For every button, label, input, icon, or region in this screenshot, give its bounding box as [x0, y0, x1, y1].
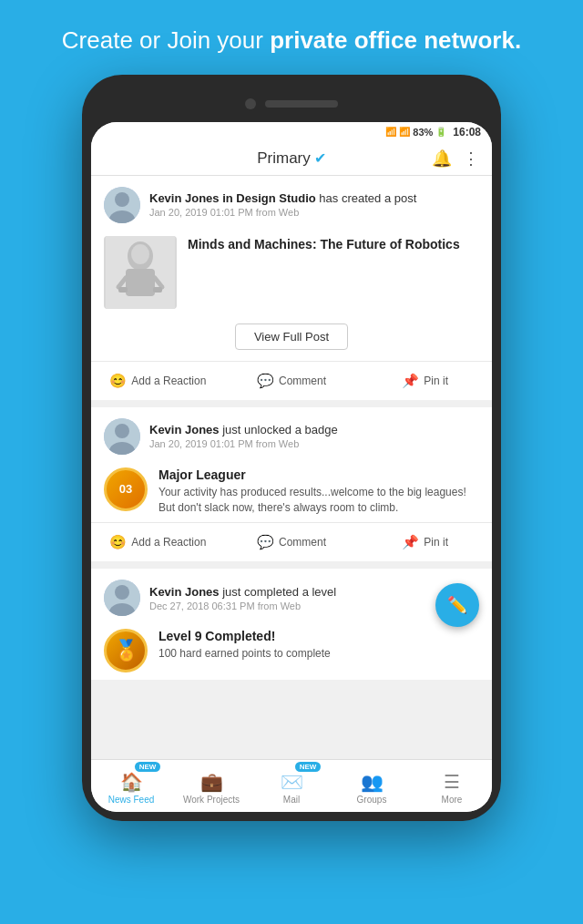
app-title-text: Primary: [257, 149, 311, 168]
pin-icon-1: 📌: [402, 373, 419, 389]
level-title: Level 9 Completed!: [159, 629, 479, 643]
comment-icon-2: 💬: [257, 534, 274, 550]
verified-icon: ✔: [314, 149, 326, 167]
badge-icon-2: 03: [104, 467, 148, 511]
signal-icon: 📶: [399, 127, 410, 137]
comment-btn-1[interactable]: 💬 Comment: [225, 369, 359, 393]
comment-btn-2[interactable]: 💬 Comment: [225, 530, 359, 554]
post-author-1: Kevin Jones in Design Studio has created…: [149, 191, 479, 205]
more-icon: ☰: [444, 771, 460, 793]
post-meta-2: Kevin Jones just unlocked a badge Jan 20…: [149, 423, 479, 449]
comment-label-2: Comment: [279, 536, 326, 549]
svg-point-1: [115, 192, 129, 207]
feed: Kevin Jones in Design Studio has created…: [91, 176, 492, 759]
app-header: Create or Join your private office netwo…: [0, 0, 583, 75]
post-card-3: Kevin Jones just completed a level Dec 2…: [91, 569, 492, 680]
header-bold-text: private office network.: [270, 26, 521, 54]
pin-label-1: Pin it: [424, 375, 448, 387]
author-name-3: Kevin Jones: [149, 585, 220, 599]
avatar-svg-3: [104, 580, 140, 616]
battery-percent: 83%: [413, 127, 433, 138]
reaction-label-2: Add a Reaction: [131, 536, 206, 549]
svg-rect-9: [118, 287, 128, 293]
reaction-label-1: Add a Reaction: [131, 375, 206, 387]
avatar-3: [104, 580, 140, 616]
action-bar-1: 😊 Add a Reaction 💬 Comment 📌 Pin it: [91, 361, 492, 400]
level-badge-icon: 🏅: [104, 629, 148, 672]
level-text-area: Level 9 Completed! 100 hard earned point…: [159, 629, 479, 662]
more-label: More: [442, 795, 463, 805]
wifi-icon: 📶: [385, 127, 396, 137]
nav-item-groups[interactable]: 👥 Groups: [332, 760, 412, 812]
app-top-bar: Primary ✔ 🔔 ⋮: [91, 142, 492, 176]
battery-icon: 🔋: [435, 127, 446, 137]
nav-item-mail[interactable]: NEW ✉️ Mail: [251, 760, 332, 812]
phone-shell: 📶 📶 83% 🔋 16:08 Primary ✔ 🔔 ⋮: [82, 75, 501, 821]
post-header-2: Kevin Jones just unlocked a badge Jan 20…: [91, 407, 492, 460]
news-feed-label: News Feed: [108, 795, 155, 805]
badge-description-2: Your activity has produced results...wel…: [159, 485, 479, 516]
phone-camera: [245, 98, 256, 109]
avatar-2: [104, 418, 140, 455]
post-header-1: Kevin Jones in Design Studio has created…: [91, 176, 492, 229]
phone-camera-area: [91, 91, 492, 117]
work-projects-label: Work Projects: [183, 795, 240, 805]
status-bar-icons: 📶 📶 83% 🔋 16:08: [385, 126, 481, 139]
post-timestamp-3: Dec 27, 2018 06:31 PM from Web: [149, 601, 479, 611]
mail-badge: NEW: [295, 762, 321, 772]
work-projects-icon: 💼: [200, 771, 223, 793]
reaction-btn-1[interactable]: 😊 Add a Reaction: [91, 369, 225, 393]
phone-screen: 📶 📶 83% 🔋 16:08 Primary ✔ 🔔 ⋮: [91, 122, 492, 812]
svg-point-5: [131, 244, 149, 264]
avatar-svg-1: [104, 187, 140, 223]
badge-number-2: 03: [119, 482, 132, 496]
post-card-2: Kevin Jones just unlocked a badge Jan 20…: [91, 407, 492, 562]
header-text: Create or Join your private office netwo…: [55, 26, 528, 56]
phone-speaker: [265, 100, 338, 108]
nav-item-work-projects[interactable]: 💼 Work Projects: [171, 760, 251, 812]
post-card-1: Kevin Jones in Design Studio has created…: [91, 176, 492, 400]
action-bar-2: 😊 Add a Reaction 💬 Comment 📌 Pin it: [91, 522, 492, 561]
top-bar-actions: 🔔 ⋮: [430, 147, 481, 170]
reaction-btn-2[interactable]: 😊 Add a Reaction: [91, 530, 225, 554]
badge-content-2: 03 Major Leaguer Your activity has produ…: [91, 460, 492, 523]
groups-label: Groups: [357, 795, 387, 805]
comment-icon-1: 💬: [257, 373, 274, 389]
post-text-1: Minds and Machines: The Future of Roboti…: [188, 236, 479, 254]
nav-item-news-feed[interactable]: NEW 🏠 News Feed: [91, 760, 171, 812]
view-full-post-button[interactable]: View Full Post: [235, 323, 348, 350]
post3-content: 🏅 Level 9 Completed! 100 hard earned poi…: [91, 621, 492, 680]
nav-item-more[interactable]: ☰ More: [412, 760, 492, 812]
avatar-svg-2: [104, 418, 140, 455]
svg-rect-6: [126, 269, 155, 296]
post-timestamp-1: Jan 20, 2019 01:01 PM from Web: [149, 207, 479, 218]
comment-label-1: Comment: [279, 375, 326, 387]
view-full-post-area: View Full Post: [91, 316, 492, 361]
pin-btn-2[interactable]: 📌 Pin it: [358, 530, 492, 554]
pin-icon-2: 📌: [402, 534, 419, 550]
medal-icon: 🏅: [114, 639, 138, 662]
news-feed-icon: 🏠: [120, 771, 143, 793]
reaction-icon-1: 😊: [109, 373, 127, 389]
post-author-2: Kevin Jones just unlocked a badge: [149, 423, 479, 436]
author-name-1: Kevin Jones in Design Studio: [149, 191, 316, 205]
post-content-1: Minds and Machines: The Future of Roboti…: [91, 229, 492, 316]
post-title-1: Minds and Machines: The Future of Roboti…: [188, 236, 479, 254]
post-author-3: Kevin Jones just completed a level: [149, 585, 479, 599]
svg-point-15: [115, 585, 129, 600]
pin-label-2: Pin it: [424, 536, 448, 549]
app-title: Primary ✔: [257, 149, 326, 168]
avatar-1: [104, 187, 140, 223]
reaction-icon-2: 😊: [109, 534, 127, 550]
compose-icon: ✏️: [447, 595, 467, 615]
bottom-nav: NEW 🏠 News Feed 💼 Work Projects NEW ✉️ M…: [91, 759, 492, 812]
news-feed-badge: NEW: [135, 762, 160, 772]
pin-btn-1[interactable]: 📌 Pin it: [358, 369, 492, 393]
more-options-icon[interactable]: ⋮: [461, 147, 481, 170]
post-timestamp-2: Jan 20, 2019 01:01 PM from Web: [149, 438, 479, 449]
post-header-3: Kevin Jones just completed a level Dec 2…: [91, 569, 492, 621]
post-thumbnail-1: [104, 236, 177, 309]
notifications-icon[interactable]: 🔔: [430, 147, 454, 170]
groups-icon: 👥: [361, 771, 384, 793]
mail-label: Mail: [283, 795, 300, 805]
